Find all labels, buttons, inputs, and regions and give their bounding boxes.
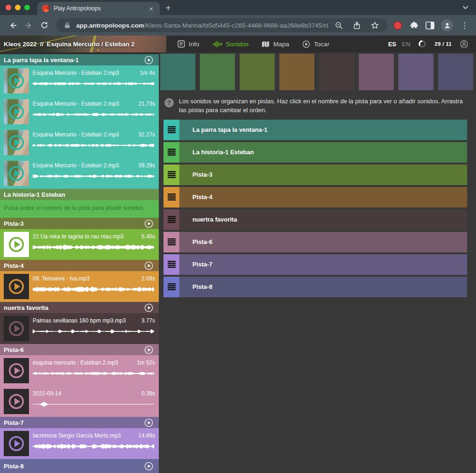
audio-clip[interactable]: Palmas sevillanas 160 bpm mp3.mp33.77s xyxy=(0,313,159,344)
track-header-label: Pista-7 xyxy=(4,419,24,426)
browser-window: Play Antropoloops × + app.antropoloops.c… xyxy=(0,0,476,473)
window-minimize-button[interactable] xyxy=(15,5,21,10)
clip-play-icon[interactable] xyxy=(6,132,27,153)
clip-meta: Esquina Mercurio - Esteban 2.mp321.73s xyxy=(33,100,155,107)
track-header-label: nuertra favorita xyxy=(4,304,48,311)
audio-clip[interactable]: lacrimosa Sergio García Merlo.mp314.69s xyxy=(0,428,159,459)
track-row[interactable]: La historia-1 Esteban xyxy=(163,142,467,163)
track-row[interactable]: Pista-6 xyxy=(163,232,467,252)
browser-menu-icon[interactable]: ⋮ xyxy=(458,21,471,30)
track-row[interactable]: Pista-7 xyxy=(163,254,467,275)
clip-play-icon[interactable] xyxy=(6,101,27,122)
audio-clip[interactable]: 22 Ua reka te tagnia to rau niau.mp35.45… xyxy=(0,229,159,260)
track-row[interactable]: La parra tapa la ventana-1 xyxy=(163,120,467,140)
tab-search-chevron-icon[interactable] xyxy=(462,6,469,10)
reload-button[interactable] xyxy=(36,17,52,33)
clip-play-icon[interactable] xyxy=(6,234,27,255)
track-header[interactable]: La parra tapa la ventana-1 xyxy=(0,54,159,65)
track-row[interactable]: Pista-8 xyxy=(163,277,467,297)
clip-play-icon[interactable] xyxy=(6,318,27,339)
track-play-button[interactable] xyxy=(142,217,155,230)
clip-duration: 39.29s xyxy=(138,162,155,169)
side-panel-icon[interactable] xyxy=(424,20,436,31)
audio-clip[interactable]: Esquina Mercurio - Esteban 2.mp31m 4s xyxy=(0,65,159,96)
language-es[interactable]: ES xyxy=(388,41,396,48)
drag-handle-icon[interactable] xyxy=(163,232,179,252)
drag-handle-icon[interactable] xyxy=(163,120,179,140)
track-row[interactable]: Pista-3 xyxy=(163,165,467,185)
clip-title: Esquina Mercurio - Esteban 2.mp3 xyxy=(33,70,119,76)
forward-button[interactable] xyxy=(21,17,36,33)
app-content: La parra tapa la ventana-1Esquina Mercur… xyxy=(0,52,476,473)
drag-handle-icon[interactable] xyxy=(163,187,179,208)
nav-item-mapa[interactable]: Mapa xyxy=(262,40,289,48)
zoom-out-icon[interactable] xyxy=(333,20,345,31)
url-bar[interactable]: app.antropoloops.com/Kleos-Santa-Marina/… xyxy=(56,18,387,32)
track-play-button[interactable] xyxy=(142,416,155,429)
audio-clip[interactable]: Esquina Mercurio - Esteban 2.mp339.29s xyxy=(0,158,159,189)
track-row-label: La parra tapa la ventana-1 xyxy=(179,120,467,140)
track-play-button[interactable] xyxy=(142,460,155,473)
track-play-button[interactable] xyxy=(142,259,155,272)
track-list: La parra tapa la ventana-1La historia-1 … xyxy=(163,120,467,297)
drag-handle-icon[interactable] xyxy=(163,254,179,275)
track-header[interactable]: nuertra favorita xyxy=(0,302,159,313)
track-row[interactable]: nuertra favorita xyxy=(163,209,467,230)
track-header[interactable]: La historia-1 Esteban xyxy=(0,189,159,200)
track-play-button[interactable] xyxy=(142,344,155,356)
new-tab-button[interactable]: + xyxy=(165,3,171,13)
track-header[interactable]: Pista-3 xyxy=(0,218,159,229)
clip-play-icon[interactable] xyxy=(6,163,27,184)
audio-clip[interactable]: 09. Temaeva - Iva.mp32.09s xyxy=(0,271,159,302)
track-play-button[interactable] xyxy=(142,301,155,314)
browser-tab[interactable]: Play Antropoloops × xyxy=(37,2,160,15)
bookmark-star-icon[interactable] xyxy=(369,20,381,31)
track-row-label: nuertra favorita xyxy=(179,209,467,230)
audio-clip[interactable]: esquina mercurio : Esteban 2.mp31m 52s xyxy=(0,355,159,386)
drag-handle-icon[interactable] xyxy=(163,142,179,163)
nav-item-sonidos[interactable]: Sonidos xyxy=(213,40,249,48)
share-icon[interactable] xyxy=(352,20,362,31)
back-button[interactable] xyxy=(5,17,21,33)
nav-item-tocar[interactable]: Tocar xyxy=(302,40,329,48)
clip-play-icon[interactable] xyxy=(6,360,27,381)
tab-close-icon[interactable]: × xyxy=(147,4,155,13)
app-header: Kleos 2022 // Esquina Mercurio / Esteban… xyxy=(0,36,476,52)
audio-clip[interactable]: 2022-03-140.39s xyxy=(0,386,159,417)
nav-label-sonidos: Sonidos xyxy=(226,41,249,48)
drag-handle-icon[interactable] xyxy=(163,165,179,185)
window-close-button[interactable] xyxy=(6,5,11,10)
clip-play-icon[interactable] xyxy=(6,71,27,91)
track-header-label: La historia-1 Esteban xyxy=(4,191,65,198)
extensions-puzzle-icon[interactable] xyxy=(408,19,420,32)
browser-tab-strip: Play Antropoloops × + xyxy=(0,0,476,15)
help-icon[interactable]: ? xyxy=(164,98,174,108)
track-row[interactable]: Pista-4 xyxy=(163,187,467,208)
account-icon[interactable] xyxy=(458,38,470,50)
track-header[interactable]: Pista-7 xyxy=(0,417,159,428)
track-play-button[interactable] xyxy=(142,54,155,66)
language-en[interactable]: EN xyxy=(402,41,410,48)
clip-play-icon[interactable] xyxy=(6,276,27,297)
clip-play-icon[interactable] xyxy=(6,391,27,412)
clip-info: 2022-03-140.39s xyxy=(33,389,155,414)
track-header[interactable]: Pista-8 xyxy=(0,459,159,473)
track-row-label: Pista-3 xyxy=(179,165,467,185)
clip-title: Esquina Mercurio - Esteban 2.mp3 xyxy=(33,162,119,169)
track-header[interactable]: Pista-4 xyxy=(0,260,159,271)
clip-info: Esquina Mercurio - Esteban 2.mp321.73s xyxy=(33,99,155,124)
clip-duration: 1m 4s xyxy=(140,70,155,76)
window-zoom-button[interactable] xyxy=(24,5,30,10)
clip-waveform xyxy=(33,370,155,377)
recording-indicator-icon[interactable] xyxy=(393,21,402,30)
profile-avatar[interactable] xyxy=(441,19,453,31)
audio-clip[interactable]: Esquina Mercurio - Esteban 2.mp332.27s xyxy=(0,127,159,158)
drag-handle-icon[interactable] xyxy=(163,209,179,230)
clip-title: esquina mercurio : Esteban 2.mp3 xyxy=(33,359,118,366)
track-header[interactable]: Pista-6 xyxy=(0,344,159,355)
clip-play-icon[interactable] xyxy=(6,433,27,454)
drag-handle-icon[interactable] xyxy=(163,277,179,297)
nav-item-info[interactable]: Info xyxy=(178,40,199,48)
clip-duration: 3.77s xyxy=(142,317,155,324)
audio-clip[interactable]: Esquina Mercurio - Esteban 2.mp321.73s xyxy=(0,96,159,127)
